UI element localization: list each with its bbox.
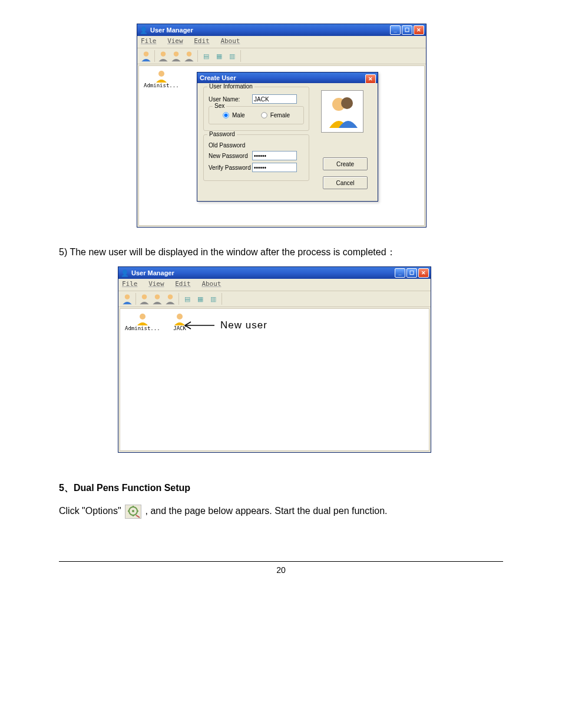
- avatar-icon: [325, 94, 360, 129]
- svg-point-11: [140, 314, 146, 319]
- create-button[interactable]: Create: [323, 157, 368, 170]
- label-new-password: New Password: [209, 153, 252, 159]
- page-footer: 20: [59, 561, 503, 575]
- maximize-button-2[interactable]: ☐: [406, 268, 417, 278]
- annotation-text: New user: [220, 319, 267, 331]
- svg-point-12: [177, 314, 183, 319]
- tb-view-small-icon[interactable]: ▦: [213, 50, 226, 62]
- maximize-button[interactable]: ☐: [402, 25, 412, 35]
- label-old-password: Old Password: [209, 142, 252, 149]
- dialog-close-icon[interactable]: ✕: [365, 74, 376, 84]
- label-username: User Name:: [209, 96, 252, 103]
- app-icon-2: 👤: [121, 269, 129, 277]
- section-heading-5: 5、Dual Pens Function Setup: [59, 482, 503, 495]
- tb-user-icon-4b[interactable]: [164, 292, 177, 305]
- titlebar-2[interactable]: 👤 User Manager _ ☐ ✕: [118, 267, 431, 279]
- user-avatar-icon: [135, 312, 150, 325]
- tb-view-small-icon-2[interactable]: ▦: [194, 292, 207, 305]
- client-area-2: Administ... JACK New user: [120, 308, 429, 451]
- menu-file-2[interactable]: File: [122, 280, 138, 288]
- figure-user-manager-create: 👤 User Manager _ ☐ ✕ File View Edit Abou…: [137, 24, 425, 228]
- para-options: Click "Options" , and the page below app…: [59, 504, 503, 519]
- user-avatar-icon: [154, 70, 169, 83]
- svg-point-1: [161, 51, 166, 56]
- user-label: Administ...: [144, 83, 179, 88]
- page-number: 20: [276, 565, 286, 575]
- options-icon: [125, 505, 141, 519]
- radio-male[interactable]: [223, 112, 229, 118]
- group-password: Password Old Password New Password: [203, 134, 309, 181]
- menubar[interactable]: File View Edit About: [137, 36, 426, 48]
- client-area: Administ... Create User ✕ User Informati…: [138, 65, 425, 226]
- menu-edit[interactable]: Edit: [194, 37, 210, 45]
- input-username[interactable]: [252, 94, 297, 104]
- tb-user-add-icon-2[interactable]: [121, 292, 134, 305]
- menu-about[interactable]: About: [220, 37, 240, 45]
- close-button-2[interactable]: ✕: [418, 268, 429, 278]
- menubar-2[interactable]: File View Edit About: [118, 279, 431, 291]
- tb-view-large-icon[interactable]: ▤: [200, 50, 213, 62]
- svg-point-8: [142, 294, 147, 299]
- input-verify-password[interactable]: [252, 163, 297, 172]
- step-5-caption: 5) The new user will be displayed in the…: [59, 245, 503, 259]
- tb-view-list-icon[interactable]: ▥: [226, 50, 239, 62]
- tb-view-large-icon-2[interactable]: ▤: [181, 292, 194, 305]
- tb-user-icon-3b[interactable]: [151, 292, 164, 305]
- window-title-2: User Manager: [131, 269, 174, 276]
- tb-user-icon-2b[interactable]: [138, 292, 151, 305]
- tb-user-add-icon[interactable]: [140, 50, 153, 62]
- label-male: Male: [232, 112, 245, 118]
- para-options-post: , and the page below appears. Start the …: [146, 506, 388, 516]
- menu-view[interactable]: View: [167, 37, 183, 45]
- user-item-administ-2[interactable]: Administ...: [125, 312, 160, 331]
- create-user-dialog: Create User ✕ User Information User Name…: [197, 72, 378, 202]
- new-user-annotation: New user: [183, 319, 267, 331]
- minimize-button[interactable]: _: [390, 25, 401, 35]
- svg-point-0: [144, 51, 148, 56]
- toolbar: ▤ ▦ ▥: [137, 48, 426, 64]
- label-female: Female: [270, 112, 290, 118]
- svg-point-4: [158, 71, 164, 77]
- svg-point-2: [174, 51, 178, 56]
- app-icon: 👤: [140, 27, 148, 34]
- group-sex: Sex Male Female: [209, 106, 304, 124]
- menu-view-2[interactable]: View: [148, 280, 164, 288]
- svg-point-6: [341, 97, 353, 109]
- group-title-sex: Sex: [213, 103, 226, 109]
- svg-point-3: [187, 51, 191, 56]
- dialog-right-panel: Create Cancel: [321, 90, 369, 195]
- radio-female[interactable]: [261, 112, 267, 118]
- close-button[interactable]: ✕: [414, 25, 424, 35]
- svg-point-10: [168, 294, 173, 299]
- window-title: User Manager: [150, 27, 193, 34]
- avatar-preview: [321, 90, 363, 133]
- tb-user-icon-2[interactable]: [157, 50, 170, 62]
- tb-view-list-icon-2[interactable]: ▥: [207, 292, 220, 305]
- window-user-manager-1: 👤 User Manager _ ☐ ✕ File View Edit Abou…: [137, 24, 427, 228]
- svg-point-9: [155, 294, 160, 299]
- menu-about-2[interactable]: About: [201, 280, 221, 288]
- svg-point-15: [132, 510, 134, 512]
- group-title-password: Password: [207, 131, 237, 137]
- dialog-titlebar[interactable]: Create User: [197, 73, 378, 83]
- tb-user-icon-3[interactable]: [170, 50, 183, 62]
- titlebar[interactable]: 👤 User Manager _ ☐ ✕: [137, 24, 426, 36]
- label-verify-password: Verify Password: [209, 164, 252, 171]
- menu-file[interactable]: File: [141, 37, 157, 45]
- para-options-pre: Click "Options": [59, 506, 121, 516]
- group-user-information: User Information User Name: Sex: [203, 87, 309, 131]
- tb-user-icon-4[interactable]: [183, 50, 196, 62]
- toolbar-2: ▤ ▦ ▥: [118, 291, 431, 307]
- arrow-left-icon: [183, 321, 216, 330]
- user-label-administ-2: Administ...: [125, 325, 160, 331]
- input-new-password[interactable]: [252, 151, 297, 160]
- group-title-userinfo: User Information: [207, 83, 254, 90]
- minimize-button-2[interactable]: _: [395, 268, 405, 278]
- user-item-administ[interactable]: Administ...: [144, 70, 179, 88]
- figure-user-manager-result: 👤 User Manager _ ☐ ✕ File View Edit Abou…: [118, 266, 430, 453]
- window-user-manager-2: 👤 User Manager _ ☐ ✕ File View Edit Abou…: [118, 266, 431, 453]
- cancel-button[interactable]: Cancel: [323, 176, 368, 189]
- dialog-title: Create User: [200, 74, 236, 81]
- menu-edit-2[interactable]: Edit: [175, 280, 191, 288]
- svg-point-7: [125, 294, 130, 299]
